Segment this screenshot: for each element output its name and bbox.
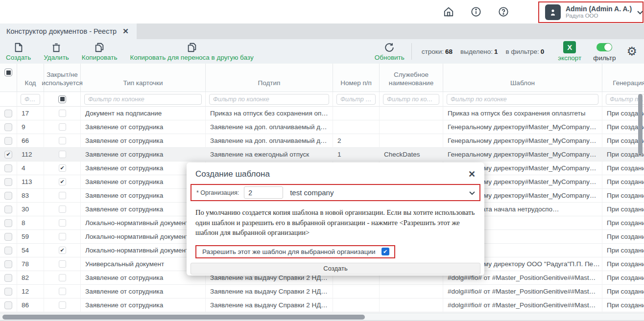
cell-generation: При создании [602, 285, 644, 298]
organization-select[interactable]: test company [288, 188, 464, 197]
select-all-checkbox[interactable] [4, 69, 12, 76]
organization-code-input[interactable] [244, 186, 283, 199]
row-select-checkbox[interactable] [4, 206, 12, 213]
closed-checkbox[interactable] [59, 301, 66, 309]
table-row[interactable]: 66Заявление от сотрудникаЗаявление на до… [0, 134, 644, 148]
cell-code: 66 [17, 134, 44, 148]
row-select-checkbox[interactable] [4, 260, 12, 268]
cell-template: #dolg##fio# от #Master_PositionGenitive#… [443, 285, 602, 298]
dialog-close-icon[interactable]: ✕ [468, 170, 476, 179]
closed-checkbox[interactable] [59, 247, 66, 254]
create-button[interactable]: Создать [6, 42, 31, 61]
cell-type: Заявление от сотрудника [81, 148, 206, 161]
horizontal-scrollbar[interactable] [2, 315, 365, 320]
col-header-closed[interactable]: Закрыт/не используется [44, 64, 81, 92]
row-select-cell [0, 148, 17, 161]
tab-bar: Конструктор документов - Реестр ✕ [0, 23, 644, 39]
filter-input-number[interactable] [336, 94, 376, 105]
user-avatar-icon [545, 4, 561, 20]
delete-button[interactable]: Удалить [44, 42, 69, 61]
cell-closed [44, 134, 81, 148]
settings-gear-icon[interactable]: ⚙ [626, 46, 637, 57]
filter-input-service[interactable] [383, 94, 439, 105]
table-row[interactable]: 112Заявление от сотрудникаЗаявление на е… [0, 148, 644, 161]
filter-input-code[interactable] [21, 94, 40, 105]
row-select-checkbox[interactable] [4, 137, 12, 145]
table-footer [0, 313, 644, 321]
filter-input-type[interactable] [84, 94, 202, 105]
col-header-type[interactable]: Тип карточки [81, 64, 206, 92]
row-select-checkbox[interactable] [4, 301, 12, 309]
table-row[interactable]: 17Документ на подписаниеПриказ на отпуск… [0, 107, 644, 120]
cell-number: 1 [333, 148, 380, 161]
copy-button[interactable]: Копировать [82, 42, 118, 61]
table-row[interactable]: 86Заявление от сотрудникаЗаявление на вы… [0, 298, 644, 312]
filter-input-template[interactable] [447, 94, 598, 105]
closed-checkbox[interactable] [59, 123, 66, 131]
toolbar-divider [411, 43, 412, 60]
closed-checkbox[interactable] [59, 288, 66, 295]
vertical-scrollbar[interactable] [638, 94, 643, 155]
row-select-cell [0, 244, 17, 257]
user-info: Admin (Admin A. A.) Радуга ООО [566, 5, 632, 19]
closed-checkbox[interactable] [59, 192, 66, 199]
closed-checkbox[interactable] [59, 110, 66, 117]
col-header-code[interactable]: Код [17, 64, 44, 92]
closed-checkbox[interactable] [59, 206, 66, 213]
closed-checkbox[interactable] [59, 274, 66, 281]
row-select-checkbox[interactable] [4, 110, 12, 117]
filter-toggle[interactable]: фильтр [593, 41, 616, 62]
create-submit-button[interactable]: Создать [191, 263, 480, 275]
table-row[interactable]: 12Заявление от сотрудникаЗаявление на вы… [0, 285, 644, 298]
tab-document-constructor[interactable]: Конструктор документов - Реестр ✕ [0, 23, 137, 39]
row-select-checkbox[interactable] [4, 247, 12, 254]
row-select-checkbox[interactable] [4, 178, 12, 186]
closed-filter-checkbox[interactable] [58, 95, 66, 103]
row-select-checkbox[interactable] [4, 164, 12, 172]
cell-subtype: Заявление на выдачу Справки 2 НД… [206, 298, 333, 312]
table-row[interactable]: 9Заявление от сотрудникаЗаявление на доп… [0, 120, 644, 134]
help-icon[interactable] [498, 6, 509, 17]
info-icon[interactable] [471, 6, 481, 17]
col-header-template[interactable]: Шаблон [443, 64, 602, 92]
select-chevron-down-icon[interactable] [469, 190, 476, 195]
table-header: Код Закрыт/не используется Тип карточки … [0, 64, 644, 92]
export-button[interactable]: X экспорт [558, 41, 581, 62]
refresh-button[interactable]: Обновить [375, 42, 405, 61]
allow-template-checkbox[interactable]: ✔ [382, 248, 389, 255]
closed-checkbox[interactable] [59, 233, 66, 240]
copy-transfer-button[interactable]: Копировать для переноса в другую базу [130, 42, 254, 61]
col-header-service[interactable]: Служебное наименование [380, 64, 443, 92]
row-select-checkbox[interactable] [4, 233, 12, 241]
row-select-checkbox[interactable] [4, 288, 12, 296]
allow-template-row: Разрешить этот же шаблон для выбранной о… [195, 245, 395, 258]
closed-checkbox[interactable] [59, 178, 66, 185]
row-select-cell [0, 175, 17, 189]
closed-checkbox[interactable] [59, 137, 66, 144]
tab-close-icon[interactable]: ✕ [122, 27, 129, 36]
user-name: Admin (Admin A. A.) [566, 5, 632, 13]
row-select-checkbox[interactable] [4, 274, 12, 282]
filter-input-subtype[interactable] [209, 94, 329, 105]
row-select-checkbox[interactable] [4, 192, 12, 200]
row-select-checkbox[interactable] [4, 123, 12, 131]
cell-generation: При создании [602, 230, 644, 244]
top-header: Admin (Admin A. A.) Радуга ООО [0, 0, 644, 23]
col-header-subtype[interactable]: Подтип [206, 64, 333, 92]
closed-checkbox[interactable] [59, 260, 66, 268]
col-header-generation[interactable]: Генерация [602, 64, 644, 92]
home-icon[interactable] [443, 6, 454, 17]
user-menu[interactable]: Admin (Admin A. A.) Радуга ООО [538, 1, 644, 23]
toolbar-right: Обновить строки:68 выделено:1 в фильтре:… [375, 41, 637, 62]
cell-generation: При создании [602, 257, 644, 271]
cell-code: 8 [17, 216, 44, 230]
closed-checkbox[interactable] [59, 219, 66, 227]
row-select-checkbox[interactable] [4, 219, 12, 227]
cell-service [380, 107, 443, 120]
cell-template: #dolg##fio# от #Master_PositionGenitive#… [443, 298, 602, 312]
row-select-checkbox[interactable] [4, 151, 12, 159]
closed-checkbox[interactable] [59, 151, 66, 158]
col-header-number[interactable]: Номер п/п [333, 64, 380, 92]
cell-code: 82 [17, 271, 44, 285]
closed-checkbox[interactable] [59, 164, 66, 172]
